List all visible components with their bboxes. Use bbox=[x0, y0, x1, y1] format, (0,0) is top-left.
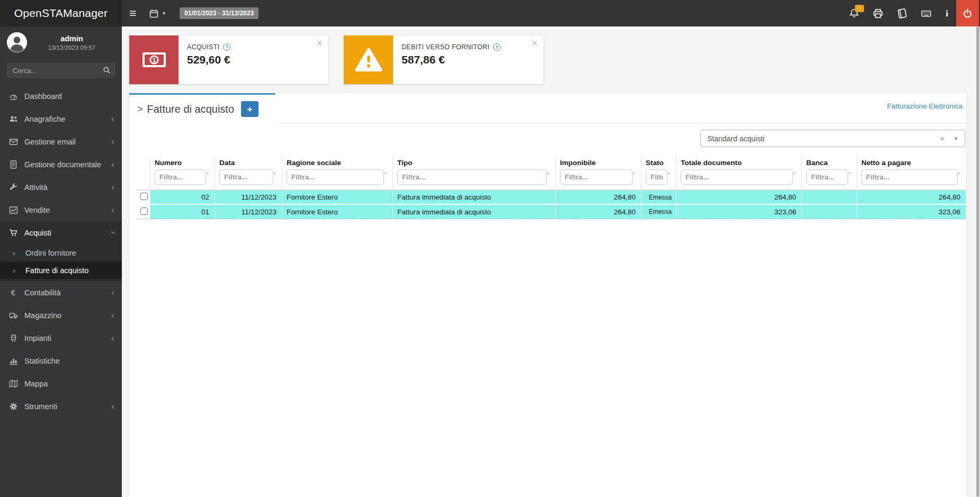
docs-button[interactable] bbox=[897, 8, 907, 19]
sidebar-item-anagrafiche[interactable]: Anagrafiche ‹ bbox=[0, 107, 122, 130]
envelope-icon bbox=[7, 138, 19, 146]
power-icon bbox=[963, 8, 973, 19]
table-row[interactable]: 02 11/12/2023 Fornitore Estero Fattura i… bbox=[136, 191, 966, 205]
clear-icon[interactable]: × bbox=[940, 134, 945, 143]
page-scrollbar[interactable] bbox=[976, 26, 980, 497]
sidebar-item-impianti[interactable]: Impianti ‹ bbox=[0, 327, 122, 349]
sidebar-item-label: Statistiche bbox=[24, 357, 60, 365]
sidebar-item-attivita[interactable]: Attività ‹ bbox=[0, 176, 122, 198]
filter-input-data[interactable] bbox=[219, 169, 273, 185]
print-button[interactable] bbox=[873, 8, 883, 19]
search-input[interactable] bbox=[7, 63, 115, 78]
column-header-tipo: Tipo ▲ bbox=[393, 155, 556, 191]
sort-icon[interactable]: ▲ bbox=[546, 170, 550, 175]
filter-input-netto-a-pagare[interactable] bbox=[861, 169, 958, 185]
machine-icon bbox=[7, 334, 19, 342]
sidebar-item-vendite[interactable]: Vendite ‹ bbox=[0, 198, 122, 221]
sidebar-item-label: Fatture di acquisto bbox=[25, 266, 88, 275]
chevron-left-icon: ‹ bbox=[111, 288, 114, 297]
sidebar-item-ordini-fornitore[interactable]: › Ordini fornitore bbox=[0, 244, 122, 261]
clock-icon bbox=[646, 194, 647, 200]
row-checkbox[interactable] bbox=[140, 193, 148, 200]
column-header-imponibile: Imponibile ▲ bbox=[556, 155, 642, 191]
date-range-badge[interactable]: 01/01/2023 - 31/12/2023 bbox=[180, 7, 259, 19]
logout-button[interactable] bbox=[956, 0, 979, 26]
chevron-left-icon: ‹ bbox=[111, 402, 114, 411]
sort-icon[interactable]: ▲ bbox=[792, 170, 797, 175]
filter-input-ragione-sociale[interactable] bbox=[287, 169, 384, 185]
sidebar-item-gestione-documentale[interactable]: Gestione documentale ‹ bbox=[0, 153, 122, 176]
map-icon bbox=[7, 379, 19, 388]
login-datetime: 13/12/2023 09:57 bbox=[27, 44, 117, 51]
brand-logo[interactable]: OpenSTAManager bbox=[0, 0, 122, 26]
calendar-icon bbox=[149, 9, 158, 18]
sidebar: OpenSTAManager admin 13/12/2023 09:57 bbox=[0, 0, 122, 497]
status-badge: Emessa bbox=[649, 194, 672, 201]
tab-fatture-di-acquisto[interactable]: > Fatture di acquisto + bbox=[129, 93, 275, 123]
sidebar-item-dashboard[interactable]: Dashboard bbox=[0, 85, 122, 107]
sort-icon[interactable]: ▲ bbox=[957, 170, 961, 175]
sort-icon[interactable]: ▲ bbox=[206, 170, 210, 175]
cell-banca bbox=[802, 191, 857, 205]
sort-icon[interactable]: ▲ bbox=[667, 170, 671, 175]
sidebar-item-contabilita[interactable]: € Contabilità ‹ bbox=[0, 281, 122, 304]
chevron-left-icon: ‹ bbox=[111, 137, 114, 146]
sidebar-item-fatture-di-acquisto[interactable]: › Fatture di acquisto bbox=[0, 261, 122, 279]
filter-input-tipo[interactable] bbox=[397, 169, 547, 185]
sidebar-item-label: Dashboard bbox=[24, 92, 62, 101]
gear-icon bbox=[7, 402, 19, 411]
search-icon[interactable] bbox=[103, 66, 111, 76]
sort-icon[interactable]: ▲ bbox=[273, 170, 277, 175]
filter-input-imponibile[interactable] bbox=[560, 169, 632, 185]
segment-select[interactable]: Standard acquisti × ▼ bbox=[700, 130, 965, 147]
document-icon bbox=[7, 160, 19, 169]
question-circle-icon[interactable]: ? bbox=[223, 43, 230, 51]
sidebar-item-label: Magazzino bbox=[24, 311, 61, 320]
hamburger-icon[interactable]: ≡ bbox=[129, 7, 136, 20]
sort-icon[interactable]: ▲ bbox=[632, 170, 636, 175]
calendar-dropdown[interactable]: ▼ bbox=[149, 9, 166, 18]
chevron-left-icon: ‹ bbox=[111, 160, 114, 169]
truck-icon bbox=[7, 311, 19, 320]
table-row[interactable]: 01 11/12/2023 Fornitore Estero Fattura i… bbox=[136, 205, 966, 219]
fatturazione-elettronica-link[interactable]: Fatturazione Elettronica bbox=[887, 102, 963, 110]
info-button[interactable]: i bbox=[946, 9, 948, 18]
filter-input-numero[interactable] bbox=[155, 169, 206, 185]
main-content: 1 ACQUISTI ? 529,60 € × DEBITI VERSO FOR… bbox=[122, 26, 976, 497]
close-icon[interactable]: × bbox=[316, 38, 323, 48]
sidebar-item-acquisti[interactable]: Acquisti ‹ bbox=[0, 221, 122, 244]
row-checkbox-cell bbox=[136, 191, 150, 205]
user-name: admin bbox=[27, 34, 117, 43]
scrollbar-thumb[interactable] bbox=[976, 26, 979, 497]
chart-line-icon bbox=[7, 206, 19, 214]
filter-input-stato[interactable] bbox=[646, 169, 667, 185]
cell-imponibile: 264,80 bbox=[556, 191, 642, 205]
sidebar-item-magazzino[interactable]: Magazzino ‹ bbox=[0, 304, 122, 327]
warning-icon bbox=[344, 35, 393, 84]
sort-icon[interactable]: ▲ bbox=[384, 170, 388, 175]
sidebar-item-statistiche[interactable]: Statistiche bbox=[0, 349, 122, 372]
chevron-down-icon: ‹ bbox=[109, 231, 118, 234]
sidebar-item-mappa[interactable]: Mappa bbox=[0, 372, 122, 395]
column-header-banca: Banca ▲ bbox=[802, 155, 857, 191]
segment-select-value: Standard acquisti bbox=[701, 134, 764, 143]
sidebar-item-strumenti[interactable]: Strumenti ‹ bbox=[0, 395, 122, 418]
tabs-row: > Fatture di acquisto + Fatturazione Ele… bbox=[129, 93, 966, 123]
sort-icon[interactable]: ▲ bbox=[848, 170, 852, 175]
module-panel: > Fatture di acquisto + Fatturazione Ele… bbox=[129, 93, 966, 497]
cell-stato: Emessa bbox=[642, 205, 676, 219]
filter-input-banca[interactable] bbox=[806, 169, 848, 185]
shortcuts-button[interactable] bbox=[921, 8, 932, 19]
card-title: ACQUISTI bbox=[187, 43, 219, 51]
select-all-header bbox=[136, 155, 150, 191]
gauge-icon bbox=[7, 92, 19, 101]
row-checkbox[interactable] bbox=[140, 207, 148, 215]
close-icon[interactable]: × bbox=[531, 38, 538, 48]
stat-card-debiti: DEBITI VERSO FORNITORI ? 587,86 € × bbox=[344, 35, 544, 84]
add-invoice-button[interactable]: + bbox=[241, 101, 259, 117]
filter-input-totale-documento[interactable] bbox=[681, 169, 793, 185]
money-bill-icon: 1 bbox=[129, 35, 179, 84]
question-circle-icon[interactable]: ? bbox=[493, 43, 501, 51]
sidebar-item-gestione-email[interactable]: Gestione email ‹ bbox=[0, 130, 122, 153]
notifications-button[interactable] bbox=[849, 8, 859, 19]
